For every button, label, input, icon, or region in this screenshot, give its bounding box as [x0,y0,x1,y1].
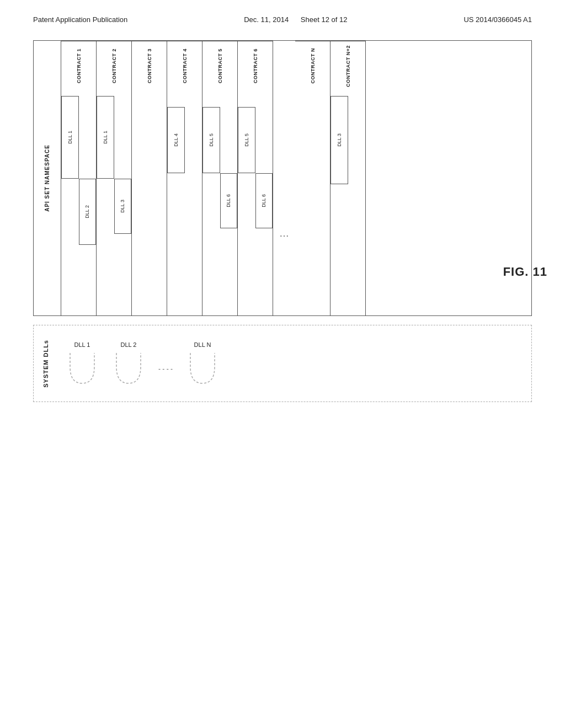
page-header: Patent Application Publication Dec. 11, … [0,0,565,29]
system-dll-2-label: DLL 2 [121,341,137,348]
dll4-block: DLL 4 [167,107,185,173]
contract-2-dlls: DLL 1 DLL 3 [97,90,131,315]
contract-n2-dlls: DLL 3 [331,90,365,315]
contract-3-dlls [132,90,167,315]
dll2-block: DLL 2 [79,179,97,245]
namespace-label: API SET NAMESPACE [44,144,50,212]
dll6-b-block: DLL 6 [255,173,273,228]
content-area: API SET NAMESPACE CONTRACT 1 DLL 1 DLL 2 [0,29,565,413]
dll2-brace-icon [112,350,145,386]
ellipsis-spacer: … [273,41,295,315]
header-left: Patent Application Publication [33,15,127,24]
contract-n-name: CONTRACT N [295,41,330,90]
system-dlls-label: SYSTEM DLLs [42,340,49,388]
figure-label: FIG. 11 [503,265,547,279]
system-dll-1: DLL 1 [66,341,99,386]
contract-1-name: CONTRACT 1 [61,41,96,90]
dll5-block: DLL 5 [202,107,220,173]
contract-col-6: CONTRACT 6 DLL 5 DLL 6 [238,41,273,315]
system-dlls-dots: - - - - [158,354,173,373]
system-dlls-diagram: SYSTEM DLLs DLL 1 DLL 2 - - - - DLL N [33,325,532,402]
dll1-1-block: DLL 1 [97,96,114,179]
contract-col-2: CONTRACT 2 DLL 1 DLL 3 [97,41,132,315]
contract-col-4: CONTRACT 4 DLL 4 [167,41,202,315]
contract-n2-name: CONTRACT N+2 [331,41,365,90]
contract-3-name: CONTRACT 3 [132,41,167,90]
contract-5-name: CONTRACT 5 [202,41,237,90]
contract-1-dlls: DLL 1 DLL 2 [61,90,96,315]
contract-col-5: CONTRACT 5 DLL 5 DLL 6 [202,41,238,315]
system-dll-n: DLL N [186,341,219,386]
header-center: Dec. 11, 2014 Sheet 12 of 12 [244,15,347,24]
system-dll-2: DLL 2 [112,341,145,386]
dll5-b-block: DLL 5 [238,107,255,173]
namespace-sidebar: API SET NAMESPACE [34,41,61,315]
contract-4-name: CONTRACT 4 [167,41,202,90]
contracts-grid: CONTRACT 1 DLL 1 DLL 2 CONTRACT 2 [61,41,531,315]
contract-6-dlls: DLL 5 DLL 6 [238,90,273,315]
dll1-brace-icon [66,350,99,386]
contract-5-dlls: DLL 5 DLL 6 [202,90,237,315]
dlln-brace-icon [186,350,219,386]
dll1-block: DLL 1 [61,96,79,179]
contract-4-dlls: DLL 4 [167,90,202,315]
dll3-n-block: DLL 3 [331,96,348,184]
contract-n-dlls [295,90,330,315]
contract-col-3: CONTRACT 3 [132,41,167,315]
system-dll-n-label: DLL N [194,341,211,348]
api-namespace-diagram: API SET NAMESPACE CONTRACT 1 DLL 1 DLL 2 [33,40,532,316]
contract-col-n2: CONTRACT N+2 DLL 3 [331,41,366,315]
dll3-block: DLL 3 [114,179,132,234]
contract-col-1: CONTRACT 1 DLL 1 DLL 2 [61,41,97,315]
contract-col-n: CONTRACT N [295,41,331,315]
system-dll-1-label: DLL 1 [74,341,90,348]
header-right: US 2014/0366045 A1 [463,15,532,24]
contract-2-name: CONTRACT 2 [97,41,131,90]
dll6-block: DLL 6 [220,173,238,228]
contract-6-name: CONTRACT 6 [238,41,273,90]
